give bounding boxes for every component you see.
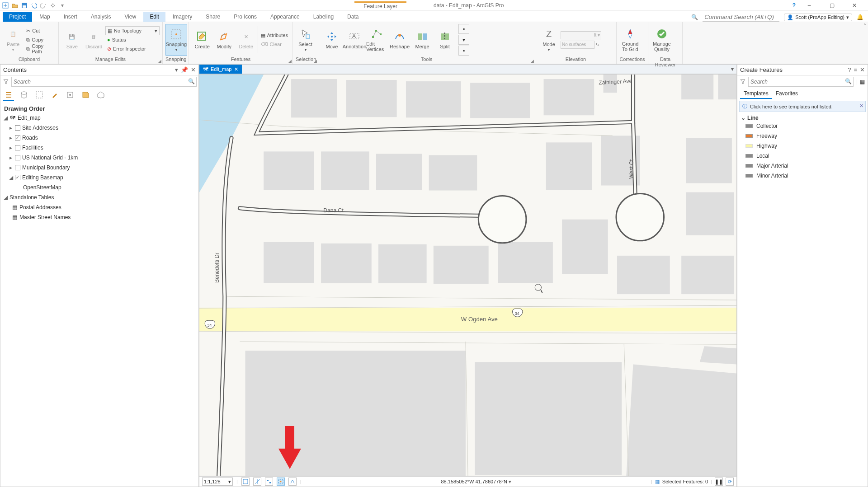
contents-autohide[interactable]: 📌 — [181, 66, 188, 73]
cf-search-go[interactable]: 🔍 — [845, 78, 852, 84]
inference-btn[interactable] — [288, 478, 297, 486]
list-drawing-order[interactable] — [3, 90, 14, 101]
tools-row3[interactable]: ▪ — [458, 46, 469, 56]
cf-close[interactable]: ✕ — [860, 66, 865, 73]
snapping-button[interactable]: Snapping ▾ — [165, 24, 187, 56]
save-icon[interactable] — [21, 2, 28, 9]
list-by-editing[interactable] — [49, 90, 60, 101]
merge-tool[interactable]: Merge — [411, 24, 433, 56]
tools-launcher[interactable]: ◢ — [531, 59, 534, 63]
paste-button[interactable]: 📋 Paste ▾ — [3, 24, 24, 56]
tab-project[interactable]: Project — [3, 12, 32, 22]
list-by-selection[interactable] — [34, 90, 45, 101]
map-frame-node[interactable]: ◢🗺Edit_map — [3, 113, 196, 123]
notifications-icon[interactable]: 🔔 — [857, 14, 863, 20]
tab-edit[interactable]: Edit — [143, 12, 165, 22]
tab-insert[interactable]: Insert — [57, 12, 84, 22]
tab-analysis[interactable]: Analysis — [85, 12, 118, 22]
contents-dropdown[interactable]: ▾ — [175, 66, 178, 73]
layer-site-addresses[interactable]: ▸Site Addresses — [3, 123, 196, 133]
tab-appearance[interactable]: Appearance — [264, 12, 306, 22]
layer-basemap[interactable]: ◢Editing Basemap — [3, 173, 196, 183]
list-by-snapping[interactable] — [65, 90, 75, 101]
new-project-icon[interactable] — [2, 2, 9, 9]
template-local[interactable]: Local — [741, 151, 864, 161]
modify-features-button[interactable]: Modify — [214, 24, 235, 56]
clear-button[interactable]: ⌫Clear — [259, 40, 290, 49]
filter-icon[interactable] — [2, 78, 9, 85]
tab-pro-icons[interactable]: Pro Icons — [227, 12, 263, 22]
standalone-tables-node[interactable]: ◢Standalone Tables — [3, 192, 196, 202]
status-button[interactable]: ●Status — [105, 35, 160, 44]
contents-close[interactable]: ✕ — [191, 66, 196, 73]
mode-button[interactable]: Z Mode ▾ — [538, 24, 560, 56]
snap-constraint-2[interactable] — [253, 478, 261, 486]
error-inspector-button[interactable]: ⊘Error Inspector — [105, 44, 160, 53]
tab-data[interactable]: Data — [341, 12, 365, 22]
template-major-arterial[interactable]: Major Arterial — [741, 161, 864, 171]
pause-drawing-btn[interactable]: ❚❚ — [715, 478, 723, 486]
cf-menu[interactable]: ≡ — [854, 66, 857, 73]
collapse-ribbon-button[interactable]: ˄ — [863, 23, 866, 29]
snap-constraint-1[interactable] — [241, 478, 250, 486]
table-master[interactable]: ▦Master Street Names — [3, 212, 196, 222]
delete-button[interactable]: ✕ Delete — [236, 24, 257, 56]
tools-row1[interactable]: ▪ — [458, 24, 469, 34]
save-edits-button[interactable]: 💾 Save — [61, 24, 83, 56]
table-postal[interactable]: ▦Postal Addresses — [3, 202, 196, 212]
split-tool[interactable]: Split — [434, 24, 456, 56]
cf-group-line[interactable]: ⌄Line — [741, 115, 864, 121]
create-features-button[interactable]: Create — [192, 24, 213, 56]
cf-search-input[interactable] — [748, 77, 854, 87]
refresh-btn[interactable]: ⟳ — [726, 478, 734, 486]
cf-info-close[interactable]: ✕ — [859, 103, 863, 109]
customize-qat-icon[interactable]: ▾ — [59, 2, 66, 9]
template-minor-arterial[interactable]: Minor Arterial — [741, 171, 864, 181]
map-view[interactable]: Zaininger Ave Dana Ct West Ct Benedetti … — [199, 74, 737, 476]
template-collector[interactable]: Collector — [741, 121, 864, 131]
tab-imagery[interactable]: Imagery — [166, 12, 198, 22]
tab-view[interactable]: View — [118, 12, 142, 22]
scale-combo[interactable]: 1:1,128▾ — [202, 478, 233, 486]
explore-icon[interactable] — [49, 2, 57, 9]
view-menu-icon[interactable]: ▾ — [731, 66, 736, 72]
annotation-tool[interactable]: AAnnotation — [344, 24, 365, 56]
discard-button[interactable]: 🗑 Discard — [84, 24, 105, 56]
edit-vertices-tool[interactable]: Edit Vertices — [366, 24, 388, 56]
close-view-tab[interactable]: ✕ — [234, 66, 238, 72]
get-z-icon[interactable]: ⤷ — [595, 42, 600, 48]
list-by-perspective[interactable] — [95, 90, 106, 101]
search-go-icon[interactable]: 🔍 — [188, 78, 195, 84]
close-button[interactable]: ✕ — [845, 1, 863, 10]
cf-info-banner[interactable]: ⓘ Click here to see templates not listed… — [739, 101, 866, 112]
list-by-source[interactable] — [19, 90, 29, 101]
snap-constraint-3[interactable] — [265, 478, 273, 486]
tab-labeling[interactable]: Labeling — [307, 12, 340, 22]
layer-us-grid[interactable]: ▸US National Grid - 1km — [3, 153, 196, 163]
contents-search-input[interactable] — [11, 77, 197, 87]
copy-button[interactable]: ⧉Copy — [24, 35, 56, 44]
cf-tab-templates[interactable]: Templates — [740, 89, 772, 99]
redo-icon[interactable] — [40, 2, 47, 9]
topology-dropdown[interactable]: ▦No Topology▾ — [105, 26, 160, 35]
help-button[interactable]: ? — [793, 2, 796, 9]
maximize-button[interactable]: ▢ — [823, 1, 841, 10]
command-search-input[interactable] — [703, 13, 779, 22]
manage-quality-button[interactable]: Manage Quality — [651, 24, 673, 56]
ground-to-grid-button[interactable]: Ground To Grid — [619, 24, 641, 56]
template-highway[interactable]: Highway — [741, 141, 864, 151]
copy-path-button[interactable]: ⧉Copy Path — [24, 44, 56, 53]
cf-help[interactable]: ? — [848, 66, 851, 73]
cut-button[interactable]: ✂Cut — [24, 26, 56, 35]
undo-icon[interactable] — [30, 2, 38, 9]
tools-row2[interactable]: ▾ — [458, 35, 469, 45]
select-button[interactable]: Select ▾ — [296, 24, 315, 56]
open-project-icon[interactable] — [11, 2, 19, 9]
manage-edits-launcher[interactable]: ◢ — [158, 59, 161, 63]
cf-filter-icon[interactable] — [739, 78, 746, 85]
snapping-status-btn[interactable] — [277, 478, 285, 486]
layer-osm[interactable]: OpenStreetMap — [3, 183, 196, 192]
user-badge[interactable]: 👤 Scott (ProApp Editing) ▾ — [784, 14, 852, 21]
list-by-labeling[interactable] — [80, 90, 91, 101]
minimize-button[interactable]: – — [800, 1, 818, 10]
